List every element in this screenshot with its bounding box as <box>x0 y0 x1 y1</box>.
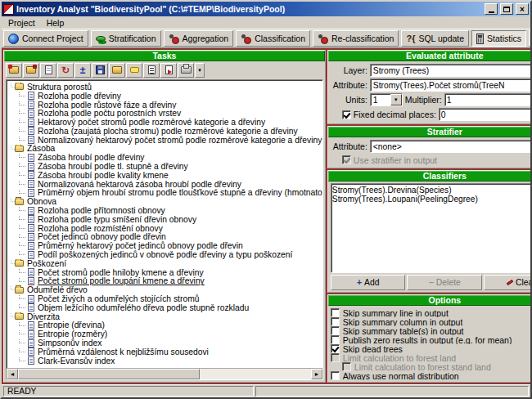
tree-item[interactable]: Entropie (dřevina) <box>9 321 322 330</box>
toolbar-button-connect-project[interactable]: Connect Project <box>3 30 88 47</box>
tree-item[interactable]: Hektarový počet stromů podle rozměrové k… <box>9 118 322 127</box>
scroll-right-icon[interactable]: ► <box>311 369 322 379</box>
attribute-select[interactable]: Stromy(Trees).Počet stromů(TreeN ▼ <box>370 78 532 92</box>
tasks-toolbar-save-button[interactable] <box>92 63 108 78</box>
add-classifier-button[interactable]: + Add <box>331 275 406 290</box>
units-select[interactable]: 1 ▼ <box>370 93 403 106</box>
tree-item[interactable]: Zásoba hroubí podle tl. stupně a dřeviny <box>9 162 322 171</box>
tree-item[interactable]: Simpsonův index <box>9 338 322 347</box>
tree-item[interactable]: Podíl poškozených jedinců v obnově podle… <box>9 250 322 259</box>
checkbox[interactable] <box>331 344 340 353</box>
tree-item-label: Clark-Evansův index <box>38 356 115 365</box>
document-icon <box>28 356 34 365</box>
add-icon: + <box>357 278 362 287</box>
tasks-toolbar-edit-list-button[interactable] <box>74 63 91 78</box>
close-button[interactable]: × <box>516 3 529 15</box>
tree-horizontal-scrollbar[interactable]: ◄ ► <box>7 368 322 379</box>
app-window: Inventory Analyst "BiodiversityPool" (C:… <box>0 0 532 399</box>
tree-item[interactable]: Zásoba hroubí podle dřeviny <box>9 153 322 162</box>
tree-item[interactable]: Entropie (rozměry) <box>9 330 322 338</box>
fixed-decimal-label: Fixed decimal places: <box>354 110 436 119</box>
tree-item[interactable]: Počet stromů podle loupání kmene a dřevi… <box>9 277 322 286</box>
tasks-toolbar-doc-export-button[interactable] <box>160 63 177 78</box>
refresh-icon <box>61 65 70 75</box>
tree-item[interactable]: Rozloha podle dřeviny <box>9 92 322 101</box>
menu-help[interactable]: Help <box>41 17 70 29</box>
classifiers-list[interactable]: Stromy(Trees).Drevina(Species)Stromy(Tre… <box>331 183 532 273</box>
tree-item[interactable]: Rozloha podle počtu porostních vrstev <box>9 109 322 118</box>
checkbox[interactable] <box>331 317 340 326</box>
tasks-toolbar: ▾ <box>4 61 325 78</box>
new-document-icon <box>45 65 52 74</box>
menu-project[interactable]: Project <box>2 17 41 29</box>
tree-item[interactable]: Průměrná vzdálenost k nejbližšímu soused… <box>9 347 322 356</box>
clear-classifiers-button[interactable]: Clear <box>484 275 532 290</box>
tree-item[interactable]: Počet stromů podle hniloby kmene a dřevi… <box>9 268 322 277</box>
tasks-toolbar-refresh-button[interactable] <box>57 63 74 78</box>
tasks-toolbar-folder-export-button[interactable] <box>23 63 39 78</box>
tree-item[interactable]: Zásoba hroubí podle kvality kmene <box>9 171 322 180</box>
checkbox[interactable] <box>331 335 340 344</box>
toolbar-button-sql-update[interactable]: ?{SQL update <box>401 30 469 47</box>
tree-item[interactable]: Rozloha podle rozmístění obnovy <box>9 224 322 233</box>
tree-folder[interactable]: Struktura porostů <box>9 83 322 92</box>
tasks-panel: Tasks ▾ Struktura porostůRozloha podle d… <box>3 50 326 383</box>
tree-folder[interactable]: Odumřelé dřevo <box>9 285 322 294</box>
tree-folder[interactable]: Zásoba <box>9 145 322 154</box>
classifier-item[interactable]: Stromy(Trees).Loupani(PeelingDegree) <box>332 195 532 204</box>
option-label: Publish zero results in output (e.g. for… <box>343 335 512 344</box>
toolbar-button-re-classification[interactable]: Re-classification <box>313 30 399 47</box>
tasks-toolbar-open-folder-button[interactable] <box>109 63 125 78</box>
tree-folder[interactable]: Poškození <box>9 259 322 268</box>
tree-item[interactable]: Počet živých a odumřelých stojících stro… <box>9 294 322 303</box>
option-label: Skip summary column in output <box>343 317 462 326</box>
tree-folder[interactable]: Diverzita <box>9 312 322 321</box>
tree-item[interactable]: Rozloha podle typu smíšení dřevin obnovy <box>9 215 322 224</box>
folder-icon <box>15 83 24 90</box>
tree-folder[interactable]: Obnova <box>9 197 322 206</box>
tasks-toolbar-checklist-button[interactable] <box>143 63 160 78</box>
tree-item[interactable]: Normalizovaný hektarový počet stromů pod… <box>9 136 322 145</box>
print-options-dropdown[interactable]: ▾ <box>195 63 205 78</box>
tree-item[interactable]: Objem ležícího odumřelého dřeva podle st… <box>9 303 322 312</box>
tree-item[interactable]: Průměrný objem hroubí stromu podle tlouš… <box>9 189 322 198</box>
tree-item[interactable]: Průměrný hektarový počet jedinců obnovy … <box>9 241 322 250</box>
fixed-decimal-input[interactable] <box>439 108 532 121</box>
checkbox[interactable] <box>331 326 340 335</box>
toolbar-button-label: SQL update <box>418 34 464 43</box>
document-icon <box>28 136 34 144</box>
maximize-button[interactable] <box>500 3 513 15</box>
layer-select[interactable]: Stromy (Trees) ▼ <box>370 64 532 77</box>
tree-item[interactable]: Rozloha (zaujatá plocha stromu) podle ro… <box>9 127 322 136</box>
tree-item[interactable]: Normalizovaná hektarová zásoba hroubí po… <box>9 180 322 189</box>
scroll-thumb[interactable] <box>18 369 200 379</box>
scroll-track[interactable] <box>18 369 311 379</box>
fixed-decimal-checkbox[interactable] <box>342 110 351 119</box>
checkbox[interactable] <box>331 371 340 380</box>
classifier-item[interactable]: Stromy(Trees).Drevina(Species) <box>332 186 532 195</box>
checkbox[interactable] <box>331 308 340 317</box>
multiplier-input[interactable] <box>444 93 532 106</box>
tree-item[interactable]: Clark-Evansův index <box>9 356 322 365</box>
tasks-toolbar-print-button[interactable] <box>178 63 194 78</box>
toolbar-button-classification[interactable]: Classification <box>236 30 310 47</box>
toolbar-button-aggregation[interactable]: Aggregation <box>164 30 234 47</box>
tasks-tree-box: Struktura porostůRozloha podle dřevinyRo… <box>6 79 323 380</box>
tasks-toolbar-folder-import-button[interactable] <box>6 63 22 78</box>
tree-item-label: Počet jedinců obnovy podle dřevin <box>38 233 166 242</box>
tasks-toolbar-note-button[interactable] <box>126 63 142 78</box>
minimize-icon <box>489 11 494 13</box>
tree-item[interactable]: Rozloha podle přítomnosti obnovy <box>9 206 322 215</box>
chevron-down-icon[interactable]: ▼ <box>390 94 402 105</box>
toolbar-button-statistics[interactable]: Statistics <box>471 30 526 47</box>
toolbar-button-increment[interactable]: Increment <box>529 30 532 47</box>
toolbar-button-stratification[interactable]: Stratification <box>91 30 161 47</box>
tree-item-label: Normalizovaný hektarový počet stromů pod… <box>38 136 322 145</box>
tasks-toolbar-new-document-button[interactable] <box>40 63 56 78</box>
scroll-left-icon[interactable]: ◄ <box>7 369 18 379</box>
stratification-icon <box>96 36 106 42</box>
minimize-button[interactable] <box>485 3 498 15</box>
tree-item[interactable]: Počet jedinců obnovy podle dřevin <box>9 233 322 242</box>
tree-item[interactable]: Rozloha podle růstové fáze a dřeviny <box>9 101 322 110</box>
stratifier-attribute-select[interactable]: <none> ▼ <box>370 140 532 153</box>
